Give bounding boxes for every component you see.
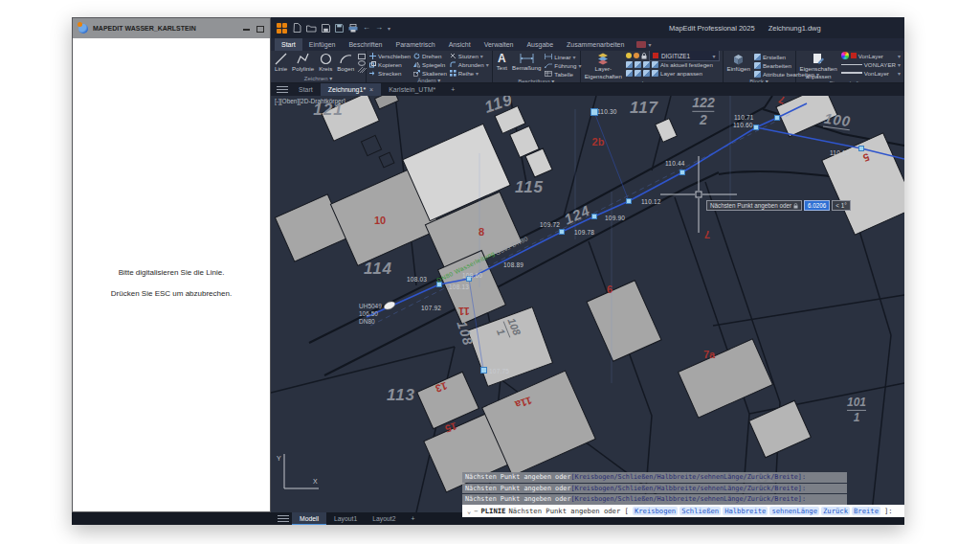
polyline-tool-button[interactable]: Polylinie [291,52,315,73]
ribbon-group-block: Einfügen Erstellen Bearbeiten Attribute … [724,51,796,82]
layer-chip-icon [643,61,650,68]
dynamic-input-angle-field[interactable]: < 1° [832,200,850,211]
new-layout-button[interactable]: + [403,512,422,525]
ribbon-tab-ansicht[interactable]: Ansicht [442,38,478,51]
ribbon-group-zeichnen: Linie Polylinie Kreis Bogen [271,51,367,82]
move-icon [369,53,376,59]
array-button[interactable]: Reihe ▾ [450,69,489,77]
insert-block-button[interactable]: Einfügen [726,52,751,73]
copy-icon [369,61,376,68]
qat-dropdown-icon[interactable]: ▾ [388,25,390,32]
copy-button[interactable]: Kopieren [369,60,411,68]
command-keyword[interactable]: sehnenLänge [769,507,819,515]
layer-properties-button[interactable]: Layer- Eigenschaften [584,52,623,79]
current-color-swatch [851,53,857,58]
chevron-down-icon: ▾ [898,53,901,59]
layer-freeze-icon[interactable] [634,53,639,58]
ribbon-tab-ausgabe[interactable]: Ausgabe [520,38,560,51]
scale-icon [413,70,420,77]
leader-button[interactable]: Führung ▾ [545,61,581,69]
fillet-button[interactable]: Abrunden ▾ [450,60,489,68]
ribbon-tab-zusammenarbeiten[interactable]: Zusammenarbeiten [560,38,631,51]
layout-tab-layout2[interactable]: Layout2 [365,512,403,525]
ribbon-tab-verwalten[interactable]: Verwalten [478,38,521,51]
new-drawing-tab-button[interactable]: + [443,83,462,96]
message-window-titlebar[interactable]: MAPEDIT WASSER_KARLSTEIN [73,18,270,38]
maximize-icon[interactable] [256,25,264,33]
command-keyword[interactable]: Breite [852,507,880,515]
text-tool-button[interactable]: A Text [496,52,508,72]
command-collapse-icon[interactable]: − [474,508,478,515]
ribbon-tab-parametrisch[interactable]: Parametrisch [389,38,441,51]
ribbon-tab-beschriften[interactable]: Beschriften [342,38,389,51]
match-properties-button[interactable]: Eigenschaften anpassen [799,52,838,79]
layer-set-current-button[interactable]: Als aktuell festlegen [626,60,720,68]
mirror-button[interactable]: Spiegeln [413,60,447,68]
trim-button[interactable]: Stutzen ▾ [450,52,489,59]
file-tab-zeichnung1[interactable]: Zeichnung1*× [321,83,381,96]
layer-lock-icon[interactable] [641,53,647,59]
current-layer-name: DIGITIZE1 [661,53,710,59]
command-keyword[interactable]: Schließen [679,507,721,515]
file-tab-menu-icon[interactable] [274,83,291,96]
group-label-aendern[interactable]: Ändern ▾ [369,77,489,83]
ribbon-tab-start[interactable]: Start [275,38,302,51]
file-tab-start[interactable]: Start [291,83,321,96]
linear-dim-button[interactable]: Linear ▾ [545,53,581,60]
command-keyword[interactable]: Kreisbogen [633,507,678,515]
undo-icon[interactable]: ← [363,24,370,32]
file-tab-karlstein-utm[interactable]: Karlstein_UTM* [381,83,443,96]
print-icon[interactable] [348,24,358,33]
close-icon[interactable]: × [369,86,373,93]
workspace-control[interactable]: ▾ [631,38,657,51]
minimize-icon[interactable] [242,25,251,33]
open-folder-icon[interactable] [306,24,317,33]
layout-tab-modell[interactable]: Modell [292,512,326,525]
line-tool-button[interactable]: Linie [274,52,288,73]
linetype-dropdown[interactable]: VONLAYER ▾ [841,60,901,68]
new-file-icon[interactable] [293,23,301,33]
layer-match-button[interactable]: Layer anpassen [626,69,720,77]
file-tab-bar: Start Zeichnung1*× Karlstein_UTM* + [271,83,904,96]
leader-icon [545,62,552,68]
layout-tab-layout1[interactable]: Layout1 [326,512,365,525]
command-input-bar[interactable]: ⌄ − PLINIE Nächsten Punkt angeben oder [… [462,505,904,517]
scale-button[interactable]: Skalieren [413,69,447,77]
viewport-controls-label[interactable]: [-][Oben][2D-Drahtkörper] [275,98,345,104]
command-keyword[interactable]: Halbbreite [723,507,768,515]
command-options-chevron-icon[interactable]: ⌄ [467,508,471,515]
mapedit-logo-icon[interactable] [277,23,287,34]
dimension-tool-button[interactable]: Bemaßung [511,52,542,72]
layer-stack-icon [595,53,611,65]
workspace-icon [636,41,646,48]
chevron-down-icon: ▾ [898,70,901,77]
layer-chip-icon [643,70,650,77]
object-color-dropdown[interactable]: VonLayer ▾ [841,52,901,59]
command-prompt-suffix: ]: [884,507,893,515]
match-properties-icon [813,53,825,65]
ribbon-tab-einfügen[interactable]: Einfügen [302,38,343,51]
group-label-zeichnen[interactable]: Zeichnen ▾ [274,75,363,82]
circle-tool-button[interactable]: Kreis [318,52,333,73]
move-button[interactable]: Verschieben [369,52,411,59]
lineweight-dropdown[interactable]: VonLayer ▾ [841,69,901,77]
cad-main-window: ← → ▾ MapEdit Professional 2025 Zeichnun… [271,17,904,525]
save-as-icon[interactable] [335,24,344,33]
rotate-button[interactable]: Drehen [413,52,447,59]
table-button[interactable]: Tabelle [545,70,581,78]
chevron-down-icon: ▾ [713,53,716,59]
layer-on-icon[interactable] [626,53,632,58]
ribbon-group-eigenschaften: Eigenschaften anpassen VonLayer ▾ VONLAY [796,51,904,82]
app-title: MapEdit Professional 2025 [669,24,755,33]
digitize-instruction-text: Bitte digitalisieren Sie die Linie. [73,268,270,277]
command-keyword[interactable]: Zurück [821,507,850,515]
dynamic-input-distance-field[interactable]: 6.0206 [804,200,830,211]
stretch-button[interactable]: Strecken [369,69,411,77]
layout-menu-icon[interactable] [275,512,292,525]
arc-tool-button[interactable]: Bogen [336,52,355,73]
drawing-canvas[interactable]: Y X [-][Oben][2D-Drahtkörper] 1211191171… [271,96,904,512]
redo-icon[interactable]: → [375,24,383,32]
block-attributes-icon [754,71,761,78]
save-icon[interactable] [322,24,330,33]
ribbon-group-beschriftung: A Text Bemaßung Linear ▾ Führung ▾ Tabel… [493,51,581,82]
